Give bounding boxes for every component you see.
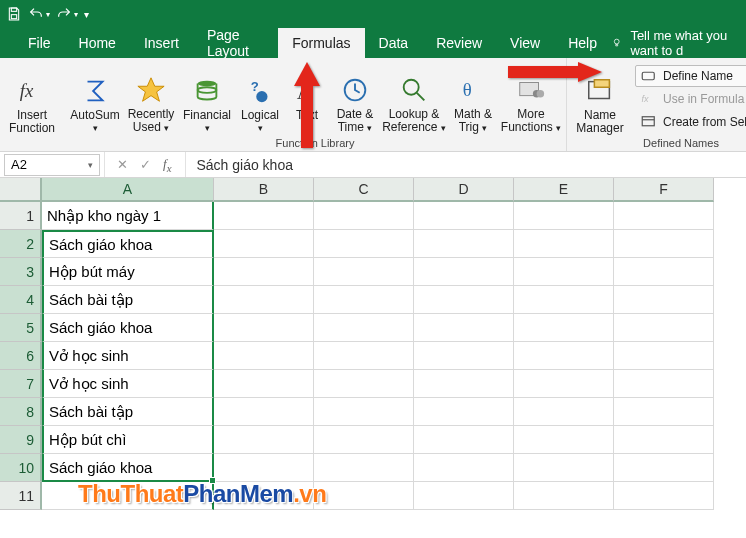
cell[interactable] <box>214 426 314 454</box>
tab-data[interactable]: Data <box>365 28 423 58</box>
cell[interactable] <box>614 202 714 230</box>
cell[interactable] <box>314 454 414 482</box>
tab-formulas[interactable]: Formulas <box>278 28 364 58</box>
cell[interactable] <box>314 398 414 426</box>
cell[interactable]: Sách giáo khoa <box>42 454 214 482</box>
cell[interactable] <box>614 258 714 286</box>
insert-function-button[interactable]: fx Insert Function <box>4 67 60 135</box>
cell[interactable] <box>314 230 414 258</box>
tab-file[interactable]: File <box>14 28 65 58</box>
tab-page-layout[interactable]: Page Layout <box>193 28 278 58</box>
cell[interactable] <box>614 314 714 342</box>
cell[interactable] <box>314 258 414 286</box>
row-header[interactable]: 5 <box>0 314 42 342</box>
cell[interactable] <box>414 258 514 286</box>
date-time-button[interactable]: Date & Time ▾ <box>330 67 380 135</box>
row-header[interactable]: 9 <box>0 426 42 454</box>
row-header[interactable]: 6 <box>0 342 42 370</box>
cell[interactable] <box>414 286 514 314</box>
tab-help[interactable]: Help <box>554 28 611 58</box>
tab-home[interactable]: Home <box>65 28 130 58</box>
cell[interactable] <box>414 370 514 398</box>
cell[interactable] <box>514 258 614 286</box>
row-header[interactable]: 7 <box>0 370 42 398</box>
autosum-button[interactable]: AutoSum▾ <box>68 67 122 135</box>
recently-used-button[interactable]: Recently Used ▾ <box>124 67 178 135</box>
col-header-d[interactable]: D <box>414 178 514 202</box>
cell[interactable] <box>614 426 714 454</box>
redo-button[interactable]: ▾ <box>56 6 78 22</box>
cell[interactable] <box>314 342 414 370</box>
row-header[interactable]: 8 <box>0 398 42 426</box>
cell[interactable] <box>414 482 514 510</box>
row-header[interactable]: 11 <box>0 482 42 510</box>
cell[interactable]: Vở học sinh <box>42 370 214 398</box>
create-from-selection-button[interactable]: Create from Selection <box>635 111 746 133</box>
cell[interactable] <box>214 230 314 258</box>
cell[interactable]: Sách giáo khoa <box>42 314 214 342</box>
undo-button[interactable]: ▾ <box>28 6 50 22</box>
cell[interactable] <box>414 314 514 342</box>
row-header[interactable]: 3 <box>0 258 42 286</box>
cell[interactable] <box>614 454 714 482</box>
cell[interactable]: Nhập kho ngày 1 <box>42 202 214 230</box>
cell[interactable] <box>514 398 614 426</box>
cell[interactable] <box>614 286 714 314</box>
cell[interactable] <box>514 314 614 342</box>
qat-customize[interactable]: ▾ <box>84 9 89 20</box>
col-header-b[interactable]: B <box>214 178 314 202</box>
col-header-e[interactable]: E <box>514 178 614 202</box>
cell[interactable] <box>214 314 314 342</box>
cell[interactable] <box>514 286 614 314</box>
formula-input[interactable]: Sách giáo khoa <box>186 157 303 173</box>
cell[interactable] <box>314 482 414 510</box>
cell[interactable] <box>214 202 314 230</box>
tab-view[interactable]: View <box>496 28 554 58</box>
cell[interactable] <box>514 230 614 258</box>
logical-button[interactable]: ? Logical▾ <box>236 67 284 135</box>
cell[interactable] <box>414 454 514 482</box>
cell[interactable]: Vở học sinh <box>42 342 214 370</box>
cell[interactable]: Sách bài tập <box>42 286 214 314</box>
row-header[interactable]: 2 <box>0 230 42 258</box>
save-button[interactable] <box>6 6 22 22</box>
financial-button[interactable]: Financial▾ <box>180 67 234 135</box>
define-name-button[interactable]: Define Name ▾ <box>635 65 746 87</box>
cell[interactable] <box>214 258 314 286</box>
cell[interactable] <box>614 342 714 370</box>
col-header-f[interactable]: F <box>614 178 714 202</box>
row-header[interactable]: 10 <box>0 454 42 482</box>
chevron-down-icon[interactable]: ▾ <box>88 160 93 170</box>
cell[interactable] <box>214 454 314 482</box>
cell[interactable] <box>314 314 414 342</box>
col-header-a[interactable]: A <box>42 178 214 202</box>
cell[interactable] <box>414 426 514 454</box>
fx-icon[interactable]: fx <box>163 156 171 174</box>
cell[interactable]: Hộp bút máy <box>42 258 214 286</box>
cell[interactable] <box>614 230 714 258</box>
select-all-button[interactable] <box>0 178 42 202</box>
cell[interactable] <box>314 286 414 314</box>
math-trig-button[interactable]: θ Math & Trig ▾ <box>448 67 498 135</box>
row-header[interactable]: 4 <box>0 286 42 314</box>
cell[interactable]: Hộp bút chì <box>42 426 214 454</box>
cell[interactable] <box>514 370 614 398</box>
cell[interactable] <box>314 426 414 454</box>
cell[interactable]: Sách giáo khoa <box>42 230 214 258</box>
cell[interactable] <box>214 370 314 398</box>
worksheet-grid[interactable]: 1Nhập kho ngày 1 2Sách giáo khoa 3Hộp bú… <box>0 202 746 510</box>
cell[interactable]: Sách bài tập <box>42 398 214 426</box>
cell[interactable] <box>314 370 414 398</box>
tell-me-search[interactable]: Tell me what you want to d <box>630 28 740 58</box>
cell[interactable] <box>414 342 514 370</box>
name-box[interactable]: A2 ▾ <box>4 154 100 176</box>
cell[interactable] <box>214 342 314 370</box>
cell[interactable] <box>614 398 714 426</box>
col-header-c[interactable]: C <box>314 178 414 202</box>
lookup-reference-button[interactable]: Lookup & Reference ▾ <box>382 67 446 135</box>
cell[interactable] <box>414 230 514 258</box>
cell[interactable] <box>414 202 514 230</box>
cell[interactable] <box>514 202 614 230</box>
cell[interactable] <box>514 426 614 454</box>
cell[interactable] <box>514 342 614 370</box>
